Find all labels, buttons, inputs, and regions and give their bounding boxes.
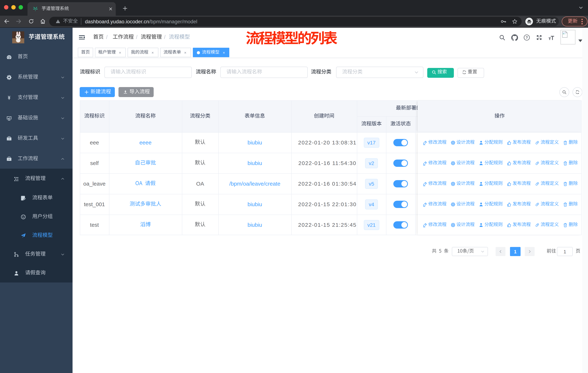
- svg-text:?: ?: [526, 36, 528, 40]
